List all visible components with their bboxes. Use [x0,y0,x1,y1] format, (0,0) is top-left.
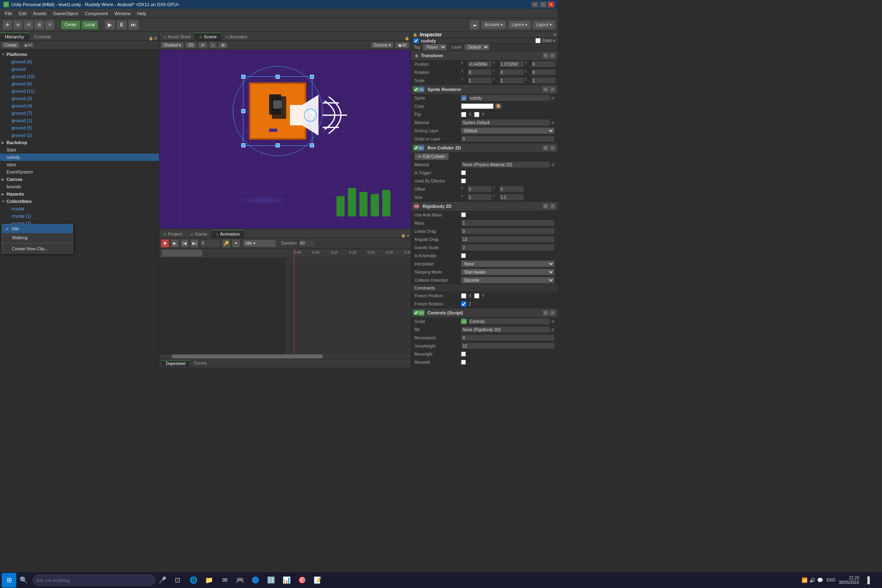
hierarchy-item-bounds[interactable]: bounds [0,183,159,190]
flip-x-checkbox[interactable] [461,112,466,117]
tab-console[interactable]: Console [29,33,56,40]
layout-button[interactable]: Layout ▾ [532,20,555,29]
tab-asset-store[interactable]: ⊞ Asset Store [159,33,195,40]
anim-settings-icon[interactable]: ▾ [407,234,409,238]
hierarchy-item-eventsystem[interactable]: EventSystem [0,168,159,176]
effector-checkbox[interactable] [461,178,466,183]
inspector-lock-icon[interactable]: 🔒 [413,33,417,37]
tree-row[interactable]: ground (4) [0,102,159,109]
hierarchy-item-backdrop[interactable]: ▶ Backdrop [0,139,159,146]
box-collider-settings[interactable]: ⚙ [543,145,548,151]
anim-clip-idle[interactable]: ✓ Idle [2,224,73,233]
tree-row[interactable]: ground (3) [0,95,159,102]
create-button[interactable]: Create [2,42,20,48]
anim-add-event-button[interactable]: ✦ [232,239,240,247]
collider-material-picker[interactable]: ◎ [551,163,555,167]
flip-y-checkbox[interactable] [474,112,479,117]
position-z[interactable] [531,61,556,67]
search-all[interactable]: ◉All [21,42,35,48]
rotation-x[interactable] [468,69,492,76]
layers-button[interactable]: Layers ▾ [508,20,531,29]
rotate-tool[interactable]: ⟲ [24,20,33,30]
anim-prev-button[interactable]: |◀ [180,239,189,247]
tag-dropdown[interactable]: Player [423,44,447,51]
position-y[interactable] [499,61,524,67]
all-layers-dropdown[interactable]: ◉All [395,42,409,48]
sprite-renderer-settings[interactable]: ⚙ [543,87,548,92]
gravity-input[interactable] [461,244,555,251]
hand-tool[interactable]: ✥ [2,20,12,30]
anim-time-input[interactable] [200,240,220,247]
angular-drag-input[interactable] [461,236,555,243]
curves-tab[interactable]: Curves [189,360,211,366]
interpolate-dropdown[interactable]: None [461,261,555,267]
rotation-y[interactable] [499,69,524,76]
size-y[interactable] [499,194,524,200]
offset-x[interactable] [468,186,492,192]
lock-icon[interactable]: 🔒 [149,36,153,40]
sprite-picker[interactable]: ◎ [551,96,555,100]
transform-settings[interactable]: ⚙ [543,53,548,58]
tab-animator[interactable]: ⊞ Animator [221,33,252,40]
hierarchy-item-stars[interactable]: stars [0,161,159,168]
tree-row[interactable]: ground (10) [0,73,159,80]
static-checkbox[interactable] [535,38,541,43]
scale-z[interactable] [531,77,556,84]
anim-play-button[interactable]: ▶ [171,239,179,247]
rigidbody2d-menu[interactable]: ≡ [550,203,555,209]
shading-dropdown[interactable]: Shaded ▾ [161,42,184,48]
rb-picker[interactable]: ◎ [551,327,555,332]
anim-property-input[interactable] [162,249,203,257]
audio-button[interactable]: ♪ [209,42,217,48]
tree-row[interactable]: ground (11) [0,87,159,95]
rb-input[interactable] [461,326,550,333]
sprite-renderer-enable[interactable] [414,87,419,92]
menu-component[interactable]: Component [81,10,111,17]
script-picker[interactable]: ◎ [551,319,555,323]
tree-row[interactable]: crystal (1) [0,212,159,220]
inspector-settings-icon[interactable]: ▾ [554,33,556,37]
samples-input[interactable] [298,240,315,247]
box-collider-enable[interactable] [414,145,419,150]
script-input[interactable] [468,318,550,325]
transform-menu[interactable]: ≡ [550,53,555,58]
menu-edit[interactable]: Edit [16,10,30,17]
scale-y[interactable] [499,77,524,84]
freeze-rot-z[interactable] [461,301,466,307]
menu-gameobject[interactable]: GameObject [50,10,82,17]
menu-window[interactable]: Window [111,10,134,17]
tree-row[interactable]: ground (7) [0,109,159,117]
rigidbody2d-header[interactable]: RB Rigidbody 2D ⚙ ≡ [411,202,558,211]
tab-scene[interactable]: ⊞ Scene [195,33,221,40]
scale-tool[interactable]: ⊞ [34,20,44,30]
tab-game[interactable]: ⊞ Game [186,230,212,238]
sprite-renderer-header[interactable]: SR Sprite Renderer ⚙ ≡ [411,85,558,94]
tree-row[interactable]: crystal [0,205,159,212]
sprite-input[interactable] [468,95,550,101]
position-x[interactable] [468,61,492,67]
color-picker-button[interactable]: 🎨 [495,103,501,109]
cloud-button[interactable]: ☁ [470,20,479,30]
rigidbody2d-settings[interactable]: ⚙ [543,203,548,209]
maximize-button[interactable]: □ [540,2,546,7]
tree-row[interactable]: ground (5) [0,124,159,131]
mass-input[interactable] [461,220,555,226]
create-new-clip-button[interactable]: Create New Clip... [2,244,73,253]
hierarchy-item-start[interactable]: Start [0,146,159,154]
settings-icon[interactable]: ⚙ [154,36,157,40]
size-x[interactable] [468,194,492,200]
dopesheet-tab[interactable]: Dopesheet [162,360,189,367]
hierarchy-item-platforms[interactable]: ▼ Platforms [0,51,159,58]
tree-row[interactable]: ground (8) [0,58,159,65]
moveleft-checkbox[interactable] [461,360,466,365]
hierarchy-item-hazards[interactable]: ▶ Hazards [0,190,159,198]
material-picker[interactable]: ◎ [551,120,555,125]
anim-record-button[interactable]: ⏺ [161,239,169,247]
box-collider-header[interactable]: BC Box Collider 2D ⚙ ≡ [411,143,558,152]
box-collider-menu[interactable]: ≡ [550,145,555,151]
fx-button[interactable]: ⊞ [218,42,227,48]
hierarchy-item-canvas[interactable]: ▶ Canvas [0,176,159,183]
trigger-checkbox[interactable] [461,170,466,175]
movespeed-input[interactable] [461,334,555,341]
controls-script-menu[interactable]: ≡ [550,310,555,316]
